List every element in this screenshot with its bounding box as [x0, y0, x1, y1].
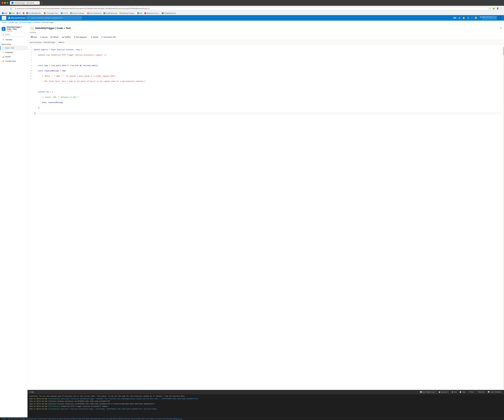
maximize-button[interactable]: ⛶ Maximize: [475, 391, 486, 393]
upload-button[interactable]: ⬆ Upload: [90, 36, 99, 39]
refresh-button[interactable]: 🔄 Refresh: [49, 36, 60, 39]
bookmark-loon[interactable]: L Wordt jouw loon g...: [144, 12, 161, 14]
app-insights-icon: 📊: [420, 391, 422, 393]
log-level-dropdown[interactable]: 📋 Log Level ▾: [438, 390, 450, 393]
bookmark-favicon: AG: [23, 12, 24, 14]
test-integration-button[interactable]: ⚗ Test integration: [72, 36, 88, 39]
code-editor[interactable]: 1 2 3 4 5 6 7 8 9 10 11 12 13 modu: [28, 45, 504, 390]
discard-button[interactable]: ✕ Discard: [39, 36, 48, 39]
bookmark-mongo[interactable]: M Events for Mongo...: [69, 12, 86, 14]
forward-button[interactable]: →: [5, 7, 9, 10]
bookmark-minimalist[interactable]: M The Minimalist Wa...: [25, 12, 43, 14]
editor-breadcrumb-sep-1: \: [42, 41, 43, 43]
window-maximize-button[interactable]: [7, 2, 8, 4]
panel-close-button[interactable]: ✕: [500, 27, 502, 30]
test-integration-icon: ⚗: [74, 36, 75, 38]
refresh-button[interactable]: ↻: [9, 7, 13, 10]
app-insights-dropdown[interactable]: 📊 App Insights Logs ▾: [419, 390, 437, 393]
feedback-button[interactable]: 😊: [474, 16, 478, 20]
breadcrumb-trigger: HelloHttpTrigger: [43, 41, 55, 43]
sidebar-item-overview[interactable]: ≡ Overview: [0, 37, 27, 42]
breadcrumb-home[interactable]: Home: [2, 21, 7, 23]
sidebar-item-label: Overview: [5, 39, 12, 41]
bookmark-work[interactable]: W Work: [8, 12, 16, 14]
address-text: portal.azure.com/#view/WebsitesExtension…: [17, 8, 151, 9]
help-button[interactable]: ?: [470, 16, 473, 20]
bookmark-workshop[interactable]: W Workshop Prepara...: [119, 12, 136, 14]
header-search-input[interactable]: [31, 17, 80, 19]
user-profile-button[interactable]: 👤: [496, 7, 499, 10]
window-minimize-button[interactable]: [4, 2, 6, 4]
bookmark-label: Events for Mongo...: [72, 12, 85, 14]
file-tab-dropdown-icon[interactable]: ▾: [65, 42, 65, 43]
stop-button[interactable]: ⏹ Stop: [450, 391, 458, 393]
feedback-icon: 💬: [488, 391, 490, 393]
window-controls[interactable]: [2, 2, 8, 4]
sidebar-item-integration[interactable]: ⚡ Integration: [0, 50, 27, 54]
tab-close-icon[interactable]: ✕: [37, 2, 38, 4]
bookmark-favicon: K: [137, 12, 139, 14]
code-line-8: [34, 85, 502, 88]
copy-button[interactable]: 📋 Copy: [458, 391, 467, 393]
new-tab-button[interactable]: +: [40, 1, 43, 4]
scrollbar-thumb[interactable]: [503, 47, 504, 55]
breadcrumb-separator-3: ›: [41, 21, 41, 23]
lock-icon: 🔒: [14, 8, 16, 9]
log-entry-4: 2022-11-30T12:46:49Z [Information] JavaS…: [29, 405, 502, 408]
bookmark-vb[interactable]: V VB: [16, 12, 22, 14]
save-button[interactable]: 💾 Save: [30, 36, 38, 39]
active-browser-tab[interactable]: HelloHttpTrigger - Microsoft A... ✕: [10, 1, 40, 5]
notifications-button[interactable]: 🔔: [462, 16, 466, 20]
log-level: [Information]: [48, 408, 61, 410]
bookmark-ford[interactable]: F F.O.R.D: [60, 12, 69, 14]
editor-breadcrumb-sep-2: \: [56, 41, 56, 43]
browser-window-chrome: HelloHttpTrigger - Microsoft A... ✕ +: [0, 0, 504, 6]
bookmark-button[interactable]: ☆: [489, 7, 492, 10]
bookmark-ag[interactable]: AG: [22, 12, 25, 14]
directory-button[interactable]: ⊞: [458, 16, 461, 20]
settings-button[interactable]: ⚙: [467, 16, 470, 20]
back-button[interactable]: ←: [1, 7, 5, 10]
sidebar-item-label: Monitor: [5, 56, 11, 58]
address-bar[interactable]: 🔒 portal.azure.com/#view/WebsitesExtensi…: [13, 7, 488, 10]
get-url-button[interactable]: 🔗 Get function URL: [100, 36, 117, 39]
test-run-button[interactable]: ▶ Test/Run: [61, 36, 72, 39]
code-line-5: const responseMessage = name: [34, 70, 502, 72]
sidebar-resource-subtitle: Function: [7, 30, 26, 32]
function-panel-icon: ⚡: [30, 27, 33, 30]
log-text: Posting invocation id:0ff08f84-345c-4530…: [57, 403, 155, 405]
stop-icon: ⏹: [452, 391, 453, 393]
bookmark-print1[interactable]: P PrintWhatYouLike: [103, 12, 118, 14]
sidebar-item-code-test[interactable]: 📄 Code + Test: [0, 46, 27, 50]
bookmark-aem[interactable]: A AEM: [1, 12, 8, 14]
sidebar-item-function-keys[interactable]: 🔑 Function Keys: [0, 59, 27, 63]
code-content[interactable]: module.exports = async function (context…: [33, 46, 503, 389]
clear-button[interactable]: ✕ Clear: [467, 391, 475, 393]
sidebar-item-monitor[interactable]: 📊 Monitor: [0, 54, 27, 59]
bookmark-favicon: 7: [44, 12, 46, 14]
browser-action-buttons: ☆ 🧩 👤 ⋮: [489, 7, 503, 10]
bookmark-apps[interactable]: 7 7 Free Apps That...: [43, 12, 60, 14]
bookmark-favicon: M: [26, 12, 28, 14]
panel-ellipsis-button[interactable]: ···: [72, 27, 73, 29]
extensions-button[interactable]: 🧩: [492, 7, 496, 10]
window-close-button[interactable]: [2, 2, 3, 4]
bookmark-print2[interactable]: P PrintWhatYouLike: [161, 12, 177, 14]
breadcrumb-functions[interactable]: pjd-functionapps | Functions: [19, 21, 40, 23]
breadcrumb-function-app[interactable]: Function App: [8, 21, 18, 23]
hamburger-menu-button[interactable]: ☰: [2, 16, 6, 20]
vertical-scrollbar[interactable]: [503, 46, 504, 389]
sidebar-search-input[interactable]: [1, 33, 26, 36]
leave-feedback-button[interactable]: 💬 Leave Feedback: [486, 391, 502, 393]
bookmark-java[interactable]: J Java Conferences: [86, 12, 102, 14]
logs-title-toggle[interactable]: ▾ Logs: [29, 391, 34, 393]
bookmark-kbg[interactable]: K KBG: [137, 12, 143, 14]
logs-content-area[interactable]: Connected! You are now viewing logs of F…: [28, 394, 504, 417]
more-options-button[interactable]: ⋮: [500, 7, 503, 10]
user-section[interactable]: drouillon@hotmail.com DEFAULT DIRECTORY …: [479, 15, 502, 20]
header-search-box[interactable]: 🔍: [27, 16, 82, 19]
azure-logo-icon: [7, 17, 10, 19]
get-url-icon: 🔗: [101, 36, 103, 38]
file-tab-indexjs[interactable]: index.js ▾: [57, 41, 67, 44]
cloud-shell-button[interactable]: ⌨: [452, 16, 457, 20]
